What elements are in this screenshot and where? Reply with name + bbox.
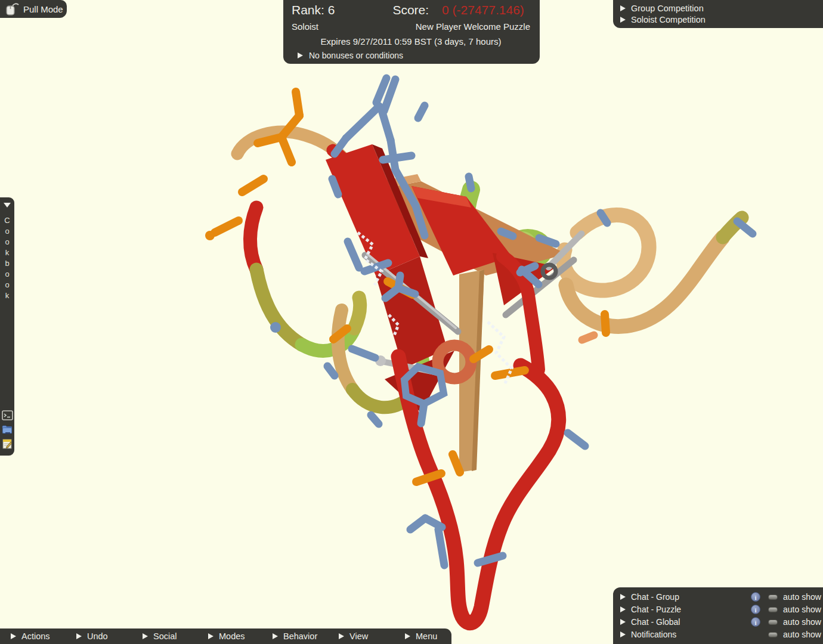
auto-show-toggle[interactable]	[768, 607, 778, 612]
collapse-arrow-icon[interactable]	[4, 203, 11, 208]
rank-value: Rank: 6	[292, 3, 335, 17]
puzzle-name: New Player Welcome Puzzle	[416, 21, 530, 32]
menu-actions[interactable]: Actions	[11, 628, 50, 644]
expand-arrow-icon	[208, 633, 214, 639]
notepad-edit-icon[interactable]	[2, 438, 13, 450]
menu-behavior[interactable]: Behavior	[273, 628, 317, 644]
chat-puzzle-label: Chat - Puzzle	[631, 605, 751, 614]
recipes-folder-icon[interactable]	[2, 424, 13, 435]
score-panel: Rank: 6 Score: 0 (-27477.146) Soloist Ne…	[283, 0, 540, 64]
notifications-row: Notifications auto show	[613, 630, 823, 639]
chat-global-row: Chat - Global i auto show	[613, 617, 823, 627]
score-value: 0 (-27477.146)	[442, 3, 524, 17]
expand-arrow-icon	[405, 633, 410, 639]
menu-modes[interactable]: Modes	[208, 628, 245, 644]
protein-helix-coil[interactable]	[564, 215, 742, 326]
info-icon[interactable]: i	[751, 592, 760, 602]
cookbook-icons	[2, 410, 13, 450]
auto-show-label: auto show	[783, 630, 823, 639]
expand-arrow-icon	[620, 17, 626, 23]
menu-menu[interactable]: Menu	[405, 628, 437, 644]
pull-mode-label: Pull Mode	[23, 4, 63, 14]
mouse-icon	[5, 2, 19, 16]
auto-show-label: auto show	[783, 617, 823, 627]
menu-undo-label: Undo	[87, 631, 108, 641]
group-competition-expander[interactable]: Group Competition	[613, 4, 823, 13]
expand-arrow-icon	[620, 5, 626, 11]
cookbook-tab[interactable]: Cookbook	[0, 197, 14, 456]
menu-actions-label: Actions	[21, 631, 50, 641]
main-menu-bar: Actions Undo Social Modes Behavior View …	[0, 628, 451, 644]
expires-label: Expires 9/27/2011 0:59 BST (3 days, 7 ho…	[292, 36, 530, 47]
chat-group-row: Chat - Group i auto show	[613, 592, 823, 602]
chat-panel: Chat - Group i auto show Chat - Puzzle i…	[613, 587, 823, 644]
foldit-screen: { "app": { "background_color": "#fcfde8"…	[0, 0, 823, 644]
soloist-competition-label: Soloist Competition	[631, 15, 706, 24]
expand-arrow-icon	[76, 633, 82, 639]
expand-arrow-icon	[339, 633, 344, 639]
expand-arrow-icon[interactable]	[620, 594, 626, 600]
auto-show-toggle[interactable]	[768, 595, 778, 600]
auto-show-label: auto show	[783, 592, 823, 602]
expand-arrow-icon	[143, 633, 148, 639]
menu-social-label: Social	[153, 631, 177, 641]
notifications-label: Notifications	[631, 630, 751, 639]
menu-behavior-label: Behavior	[283, 631, 317, 641]
pull-mode-button[interactable]: Pull Mode	[0, 0, 67, 18]
chat-group-label: Chat - Group	[631, 592, 751, 602]
expand-arrow-icon	[11, 633, 16, 639]
competitions-panel: Group Competition Soloist Competition	[613, 0, 823, 28]
info-icon[interactable]: i	[751, 617, 760, 627]
script-terminal-icon[interactable]	[2, 410, 13, 421]
expand-arrow-icon[interactable]	[620, 619, 626, 625]
soloist-label: Soloist	[292, 21, 318, 32]
protein-viewport[interactable]	[0, 0, 823, 644]
bonuses-label: No bonuses or conditions	[309, 51, 403, 60]
expand-arrow-icon[interactable]	[620, 631, 626, 637]
expand-arrow-icon[interactable]	[620, 606, 626, 612]
auto-show-toggle[interactable]	[768, 632, 778, 637]
info-icon[interactable]: i	[751, 605, 760, 614]
auto-show-label: auto show	[783, 605, 823, 614]
expand-arrow-icon	[298, 52, 303, 58]
cookbook-label: Cookbook	[3, 216, 12, 302]
menu-view-label: View	[349, 631, 368, 641]
group-competition-label: Group Competition	[631, 4, 704, 13]
score-row: Rank: 6 Score: 0 (-27477.146)	[292, 3, 530, 17]
chat-global-label: Chat - Global	[631, 617, 751, 627]
puzzle-row: Soloist New Player Welcome Puzzle	[292, 21, 530, 32]
menu-modes-label: Modes	[219, 631, 245, 641]
chat-puzzle-row: Chat - Puzzle i auto show	[613, 605, 823, 614]
soloist-competition-expander[interactable]: Soloist Competition	[613, 15, 823, 24]
bonuses-expander[interactable]: No bonuses or conditions	[292, 51, 530, 61]
menu-view[interactable]: View	[339, 628, 368, 644]
auto-show-toggle[interactable]	[768, 620, 778, 625]
menu-undo[interactable]: Undo	[76, 628, 108, 644]
menu-social[interactable]: Social	[143, 628, 177, 644]
score-label: Score:	[392, 3, 429, 17]
expand-arrow-icon	[273, 633, 278, 639]
menu-menu-label: Menu	[416, 631, 437, 641]
